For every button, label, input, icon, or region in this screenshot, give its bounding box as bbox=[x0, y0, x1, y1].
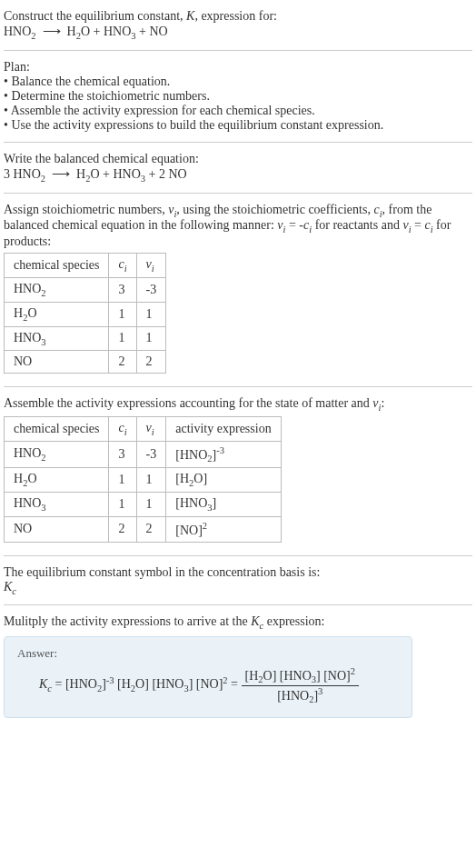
balanced-title: Write the balanced chemical equation: bbox=[4, 152, 472, 166]
plan-title: Plan: bbox=[4, 60, 472, 75]
cell-expr: [HNO3] bbox=[166, 493, 281, 517]
col-expr: activity expression bbox=[166, 417, 281, 442]
cell-ci: 3 bbox=[109, 277, 136, 302]
divider bbox=[4, 386, 472, 387]
plan-item: • Use the activity expressions to build … bbox=[4, 118, 472, 133]
cell-ci: 1 bbox=[109, 326, 136, 351]
divider bbox=[4, 555, 472, 556]
table-row: NO 2 2 [NO]2 bbox=[5, 517, 282, 543]
table-row: HNO3 1 1 bbox=[5, 326, 166, 351]
table-header-row: chemical species ci νi activity expressi… bbox=[5, 417, 282, 442]
cell-vi: 1 bbox=[136, 493, 166, 517]
cell-species: HNO2 bbox=[5, 441, 109, 467]
cell-expr: [NO]2 bbox=[166, 517, 281, 543]
cell-species: NO bbox=[5, 351, 109, 374]
table-row: HNO3 1 1 [HNO3] bbox=[5, 493, 282, 517]
construct-prompt: Construct the equilibrium constant, K, e… bbox=[4, 9, 472, 24]
activity-section: Assemble the activity expressions accoun… bbox=[4, 391, 472, 551]
table-row: HNO2 3 -3 bbox=[5, 277, 166, 302]
cell-vi: -3 bbox=[136, 441, 166, 467]
cell-expr: [H2O] bbox=[166, 468, 281, 493]
fraction-denominator: [HNO2]3 bbox=[242, 686, 360, 704]
col-species: chemical species bbox=[5, 254, 109, 278]
cell-vi: 2 bbox=[136, 351, 166, 374]
question-header: Construct the equilibrium constant, K, e… bbox=[4, 4, 472, 46]
cell-expr: [HNO2]-3 bbox=[166, 441, 281, 467]
basis-section: The equilibrium constant symbol in the c… bbox=[4, 560, 472, 602]
cell-species: H2O bbox=[5, 302, 109, 326]
cell-vi: 1 bbox=[136, 468, 166, 493]
cell-vi: 1 bbox=[136, 302, 166, 326]
answer-box: Answer: Kc = [HNO2]-3 [H2O] [HNO3] [NO]2… bbox=[4, 636, 412, 718]
cell-vi: 1 bbox=[136, 326, 166, 351]
stoich-intro: Assign stoichiometric numbers, νi, using… bbox=[4, 203, 472, 250]
table-row: H2O 1 1 bbox=[5, 302, 166, 326]
cell-ci: 2 bbox=[109, 517, 136, 543]
fraction-numerator: [H2O] [HNO3] [NO]2 bbox=[242, 666, 360, 685]
plan-item: • Determine the stoichiometric numbers. bbox=[4, 89, 472, 104]
plan-item: • Balance the chemical equation. bbox=[4, 75, 472, 89]
cell-ci: 1 bbox=[109, 468, 136, 493]
fraction: [H2O] [HNO3] [NO]2 [HNO2]3 bbox=[242, 666, 360, 704]
cell-species: HNO2 bbox=[5, 277, 109, 302]
divider bbox=[4, 142, 472, 143]
balanced-section: Write the balanced chemical equation: 3 … bbox=[4, 146, 472, 189]
plan-item: • Assemble the activity expression for e… bbox=[4, 104, 472, 118]
cell-species: H2O bbox=[5, 468, 109, 493]
cell-ci: 1 bbox=[109, 302, 136, 326]
multiply-text: Mulitply the activity expressions to arr… bbox=[4, 614, 472, 631]
answer-label: Answer: bbox=[17, 646, 399, 661]
divider bbox=[4, 604, 472, 605]
table-row: H2O 1 1 [H2O] bbox=[5, 468, 282, 493]
multiply-section: Mulitply the activity expressions to arr… bbox=[4, 609, 472, 723]
cell-ci: 2 bbox=[109, 351, 136, 374]
balanced-equation: 3 HNO2 ⟶ H2O + HNO3 + 2 NO bbox=[4, 166, 472, 184]
cell-ci: 3 bbox=[109, 441, 136, 467]
cell-vi: -3 bbox=[136, 277, 166, 302]
col-ci: ci bbox=[109, 417, 136, 442]
cell-species: HNO3 bbox=[5, 493, 109, 517]
col-ci: ci bbox=[109, 254, 136, 278]
kc-symbol: Kc bbox=[4, 580, 472, 596]
activity-table: chemical species ci νi activity expressi… bbox=[4, 416, 282, 543]
divider bbox=[4, 193, 472, 194]
table-header-row: chemical species ci νi bbox=[5, 254, 166, 278]
answer-equation: Kc = [HNO2]-3 [H2O] [HNO3] [NO]2 = [H2O]… bbox=[17, 666, 399, 704]
cell-vi: 2 bbox=[136, 517, 166, 543]
unbalanced-equation: HNO2 ⟶ H2O + HNO3 + NO bbox=[4, 24, 472, 41]
basis-text: The equilibrium constant symbol in the c… bbox=[4, 565, 472, 580]
divider bbox=[4, 50, 472, 51]
table-row: HNO2 3 -3 [HNO2]-3 bbox=[5, 441, 282, 467]
cell-species: NO bbox=[5, 517, 109, 543]
col-vi: νi bbox=[136, 417, 166, 442]
stoich-table: chemical species ci νi HNO2 3 -3 H2O 1 1… bbox=[4, 253, 166, 374]
plan-section: Plan: • Balance the chemical equation. •… bbox=[4, 55, 472, 138]
cell-species: HNO3 bbox=[5, 326, 109, 351]
cell-ci: 1 bbox=[109, 493, 136, 517]
col-species: chemical species bbox=[5, 417, 109, 442]
activity-intro: Assemble the activity expressions accoun… bbox=[4, 396, 472, 413]
table-row: NO 2 2 bbox=[5, 351, 166, 374]
stoich-section: Assign stoichiometric numbers, νi, using… bbox=[4, 197, 472, 384]
col-vi: νi bbox=[136, 254, 166, 278]
